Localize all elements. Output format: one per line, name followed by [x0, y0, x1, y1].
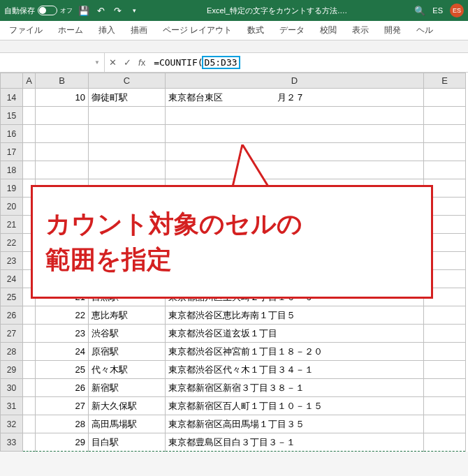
cell[interactable]: 恵比寿駅: [89, 306, 166, 325]
row-header[interactable]: 25: [1, 288, 23, 306]
tab-draw[interactable]: 描画: [123, 21, 155, 40]
cell[interactable]: [23, 107, 36, 125]
table-row[interactable]: 2824原宿駅東京都渋谷区神宮前１丁目１８－２０: [1, 343, 466, 361]
cell[interactable]: [23, 143, 36, 161]
cell[interactable]: [424, 325, 466, 343]
cell[interactable]: [23, 343, 36, 361]
row-header[interactable]: 17: [1, 143, 23, 161]
tab-insert[interactable]: 挿入: [91, 21, 123, 40]
cell[interactable]: 代々木駅: [89, 361, 166, 379]
cell[interactable]: [424, 125, 466, 143]
cell[interactable]: 東京都新宿区百人町１丁目１０－１５: [166, 397, 424, 415]
cell[interactable]: [166, 125, 424, 143]
row-header[interactable]: 29: [1, 361, 23, 379]
cell[interactable]: [424, 433, 466, 452]
row-header[interactable]: 15: [1, 107, 23, 125]
cell[interactable]: [23, 415, 36, 433]
cell[interactable]: [23, 306, 36, 325]
table-row[interactable]: 3329目白駅東京都豊島区目白３丁目３－１: [1, 433, 466, 452]
row-header[interactable]: 23: [1, 252, 23, 270]
table-row[interactable]: 2925代々木駅東京都渋谷区代々木１丁目３４－１: [1, 361, 466, 379]
cell[interactable]: 東京都豊島区目白３丁目３－１: [166, 433, 424, 452]
tab-view[interactable]: 表示: [344, 21, 376, 40]
cell[interactable]: [166, 161, 424, 179]
cell[interactable]: [23, 361, 36, 379]
row-header[interactable]: 16: [1, 125, 23, 143]
row-header[interactable]: 21: [1, 216, 23, 234]
tab-file[interactable]: ファイル: [1, 21, 50, 40]
search-icon[interactable]: 🔍: [414, 5, 425, 16]
redo-icon[interactable]: ↷: [112, 5, 123, 16]
table-row[interactable]: 15: [1, 107, 466, 125]
col-header-A[interactable]: A: [23, 73, 36, 89]
cell[interactable]: [424, 343, 466, 361]
cell[interactable]: [36, 161, 89, 179]
table-row[interactable]: 2622恵比寿駅東京都渋谷区恵比寿南１丁目５: [1, 306, 466, 325]
cell[interactable]: 23: [36, 325, 89, 343]
table-row[interactable]: 1410御徒町駅東京都台東区 月２７: [1, 89, 466, 107]
col-header-C[interactable]: C: [89, 73, 166, 89]
cell[interactable]: [23, 379, 36, 397]
cell[interactable]: [424, 89, 466, 107]
cell[interactable]: [23, 433, 36, 452]
save-icon[interactable]: 💾: [78, 5, 89, 16]
cell[interactable]: [36, 143, 89, 161]
name-box[interactable]: ▼: [0, 53, 105, 72]
cell[interactable]: [89, 161, 166, 179]
row-header[interactable]: 32: [1, 415, 23, 433]
cell[interactable]: [89, 125, 166, 143]
cell[interactable]: [36, 125, 89, 143]
cell[interactable]: [424, 161, 466, 179]
undo-icon[interactable]: ↶: [95, 5, 106, 16]
avatar[interactable]: ES: [450, 3, 464, 17]
cell[interactable]: 東京都新宿区新宿３丁目３８－１: [166, 379, 424, 397]
autosave-toggle[interactable]: 自動保存 オフ: [4, 6, 73, 16]
cell[interactable]: 東京都新宿区高田馬場１丁目３５: [166, 415, 424, 433]
cell[interactable]: [23, 325, 36, 343]
cell[interactable]: 25: [36, 361, 89, 379]
tab-formulas[interactable]: 数式: [240, 21, 272, 40]
cell[interactable]: [424, 361, 466, 379]
cell[interactable]: [424, 397, 466, 415]
cell[interactable]: 27: [36, 397, 89, 415]
cell[interactable]: 29: [36, 433, 89, 452]
cell[interactable]: [166, 107, 424, 125]
col-header-E[interactable]: E: [424, 73, 466, 89]
select-all-corner[interactable]: [1, 73, 23, 89]
cell[interactable]: [424, 415, 466, 433]
tab-review[interactable]: 校閲: [312, 21, 344, 40]
cell[interactable]: 目白駅: [89, 433, 166, 452]
table-row[interactable]: 3228高田馬場駅東京都新宿区高田馬場１丁目３５: [1, 415, 466, 433]
row-header[interactable]: 14: [1, 89, 23, 107]
cell[interactable]: 東京都渋谷区道玄坂１丁目: [166, 325, 424, 343]
cell[interactable]: 24: [36, 343, 89, 361]
cell[interactable]: 新大久保駅: [89, 397, 166, 415]
cell[interactable]: [89, 107, 166, 125]
cell[interactable]: [36, 107, 89, 125]
qat-dropdown-icon[interactable]: ▾: [129, 5, 140, 16]
cell[interactable]: [424, 107, 466, 125]
table-row[interactable]: 16: [1, 125, 466, 143]
cell[interactable]: [23, 397, 36, 415]
cell[interactable]: 東京都渋谷区神宮前１丁目１８－２０: [166, 343, 424, 361]
col-header-D[interactable]: D: [166, 73, 424, 89]
cell[interactable]: 渋谷駅: [89, 325, 166, 343]
tab-data[interactable]: データ: [272, 21, 312, 40]
cell[interactable]: 東京都渋谷区恵比寿南１丁目５: [166, 306, 424, 325]
cell[interactable]: 新宿駅: [89, 379, 166, 397]
row-header[interactable]: 26: [1, 306, 23, 325]
cell[interactable]: [23, 161, 36, 179]
enter-icon[interactable]: ✓: [124, 57, 131, 68]
row-header[interactable]: 28: [1, 343, 23, 361]
table-row[interactable]: 2723渋谷駅東京都渋谷区道玄坂１丁目: [1, 325, 466, 343]
cell[interactable]: [23, 89, 36, 107]
row-header[interactable]: 27: [1, 325, 23, 343]
cancel-icon[interactable]: ✕: [109, 57, 117, 68]
table-row[interactable]: 3026新宿駅東京都新宿区新宿３丁目３８－１: [1, 379, 466, 397]
fx-icon[interactable]: fx: [138, 57, 145, 68]
cell[interactable]: 高田馬場駅: [89, 415, 166, 433]
row-header[interactable]: 31: [1, 397, 23, 415]
cell[interactable]: 26: [36, 379, 89, 397]
cell[interactable]: [424, 306, 466, 325]
formula-input[interactable]: =COUNTIF(D5:D33: [149, 56, 468, 69]
